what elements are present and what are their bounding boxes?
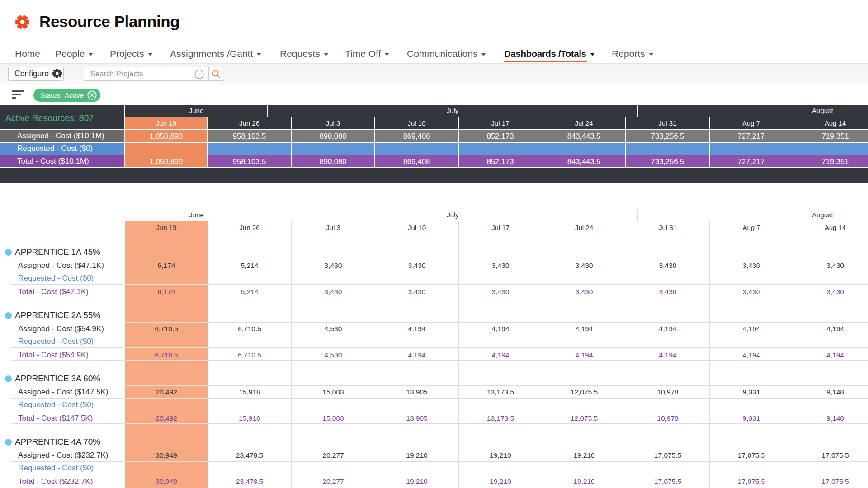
svg-text:i: i [198,71,200,78]
